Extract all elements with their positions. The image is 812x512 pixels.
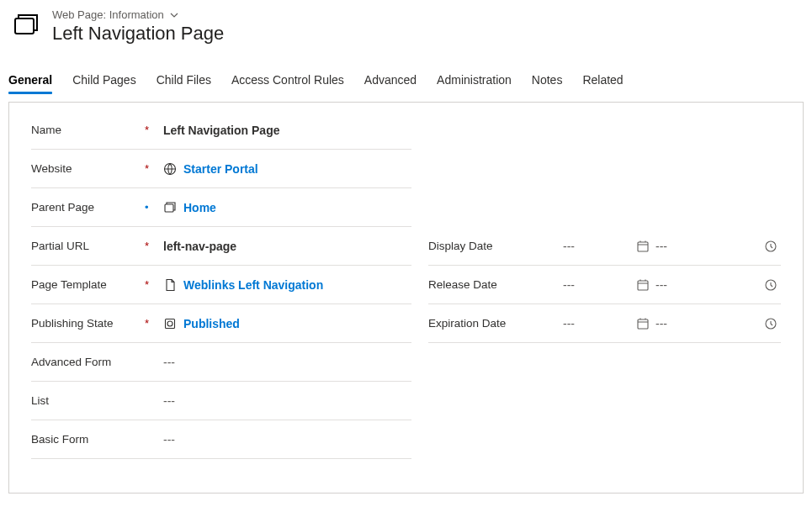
- time-value[interactable]: ---: [655, 240, 731, 253]
- tab-advanced[interactable]: Advanced: [364, 68, 417, 93]
- form-header: Web Page: Information Left Navigation Pa…: [8, 8, 804, 56]
- record-type-selector[interactable]: Web Page: Information: [52, 8, 224, 21]
- field-label: Display Date: [428, 240, 563, 252]
- tab-strip: General Child Pages Child Files Access C…: [8, 68, 804, 93]
- svg-rect-7: [638, 281, 648, 290]
- required-indicator: *: [145, 162, 163, 175]
- field-parent-page[interactable]: Parent Page • Home: [31, 188, 411, 227]
- field-page-template[interactable]: Page Template * Weblinks Left Navigation: [31, 266, 411, 304]
- field-label: Publishing State: [31, 317, 145, 330]
- field-expiration-date[interactable]: Expiration Date --- ---: [428, 304, 781, 343]
- tab-child-pages[interactable]: Child Pages: [72, 68, 136, 93]
- field-label: Release Date: [428, 278, 563, 291]
- page-icon: [163, 201, 177, 214]
- clock-icon[interactable]: [764, 278, 781, 292]
- calendar-icon[interactable]: [630, 240, 655, 253]
- date-value[interactable]: ---: [563, 278, 630, 292]
- required-indicator: *: [145, 317, 163, 330]
- lookup-link[interactable]: Published: [183, 317, 240, 330]
- field-basic-form[interactable]: Basic Form ---: [31, 420, 411, 459]
- template-icon: [163, 278, 177, 292]
- svg-point-4: [167, 321, 172, 326]
- form-right-column: Display Date --- --- Release Date ---: [428, 111, 781, 459]
- form-left-column: Name * Left Navigation Page Website * St…: [31, 111, 411, 459]
- form-panel: Name * Left Navigation Page Website * St…: [8, 102, 804, 494]
- clock-icon[interactable]: [764, 240, 781, 253]
- breadcrumb-text: Web Page: Information: [52, 8, 164, 21]
- field-name[interactable]: Name * Left Navigation Page: [31, 111, 411, 150]
- field-label: Page Template: [31, 278, 145, 291]
- lookup-link[interactable]: Home: [183, 201, 216, 214]
- field-value[interactable]: ---: [163, 394, 411, 408]
- state-icon: [163, 317, 177, 330]
- globe-icon: [163, 162, 177, 176]
- lookup-link[interactable]: Weblinks Left Navigation: [183, 278, 323, 292]
- required-indicator: *: [145, 278, 163, 291]
- field-label: List: [31, 394, 145, 407]
- calendar-icon[interactable]: [630, 317, 655, 330]
- field-value[interactable]: ---: [163, 356, 411, 369]
- tab-access-control-rules[interactable]: Access Control Rules: [231, 68, 344, 93]
- field-publishing-state[interactable]: Publishing State * Published: [31, 304, 411, 343]
- svg-rect-5: [638, 242, 648, 251]
- field-partial-url[interactable]: Partial URL * left-nav-page: [31, 227, 411, 266]
- field-label: Partial URL: [31, 240, 145, 252]
- tab-general[interactable]: General: [8, 68, 52, 93]
- tab-notes[interactable]: Notes: [532, 68, 563, 93]
- field-value[interactable]: Home: [163, 201, 411, 214]
- field-label: Expiration Date: [428, 317, 563, 330]
- field-website[interactable]: Website * Starter Portal: [31, 150, 411, 188]
- time-value[interactable]: ---: [655, 317, 731, 330]
- field-label: Advanced Form: [31, 356, 145, 368]
- calendar-icon[interactable]: [630, 278, 655, 292]
- field-value[interactable]: Starter Portal: [163, 162, 411, 176]
- page-title: Left Navigation Page: [52, 23, 224, 45]
- field-release-date[interactable]: Release Date --- ---: [428, 266, 781, 304]
- time-value[interactable]: ---: [655, 278, 731, 292]
- field-label: Parent Page: [31, 201, 145, 214]
- svg-rect-2: [165, 204, 173, 212]
- field-value[interactable]: left-nav-page: [163, 240, 411, 253]
- field-value[interactable]: ---: [163, 433, 411, 446]
- field-label: Name: [31, 124, 145, 136]
- recommended-indicator: •: [145, 201, 163, 214]
- clock-icon[interactable]: [764, 317, 781, 330]
- field-label: Basic Form: [31, 433, 145, 446]
- field-label: Website: [31, 162, 145, 175]
- required-indicator: *: [145, 240, 163, 252]
- lookup-link[interactable]: Starter Portal: [183, 162, 258, 176]
- date-value[interactable]: ---: [563, 317, 630, 330]
- field-advanced-form[interactable]: Advanced Form ---: [31, 343, 411, 382]
- field-value[interactable]: Published: [163, 317, 411, 330]
- date-value[interactable]: ---: [563, 240, 630, 253]
- required-indicator: *: [145, 124, 163, 136]
- field-list[interactable]: List ---: [31, 382, 411, 420]
- tab-related[interactable]: Related: [582, 68, 623, 93]
- field-display-date[interactable]: Display Date --- ---: [428, 227, 781, 266]
- svg-rect-3: [166, 319, 175, 328]
- tab-administration[interactable]: Administration: [437, 68, 512, 93]
- field-value[interactable]: Left Navigation Page: [163, 124, 411, 137]
- chevron-down-icon: [169, 10, 179, 20]
- field-value[interactable]: Weblinks Left Navigation: [163, 278, 411, 292]
- entity-icon: [10, 8, 40, 39]
- tab-child-files[interactable]: Child Files: [157, 68, 211, 93]
- svg-rect-9: [638, 319, 648, 329]
- svg-rect-0: [15, 18, 34, 34]
